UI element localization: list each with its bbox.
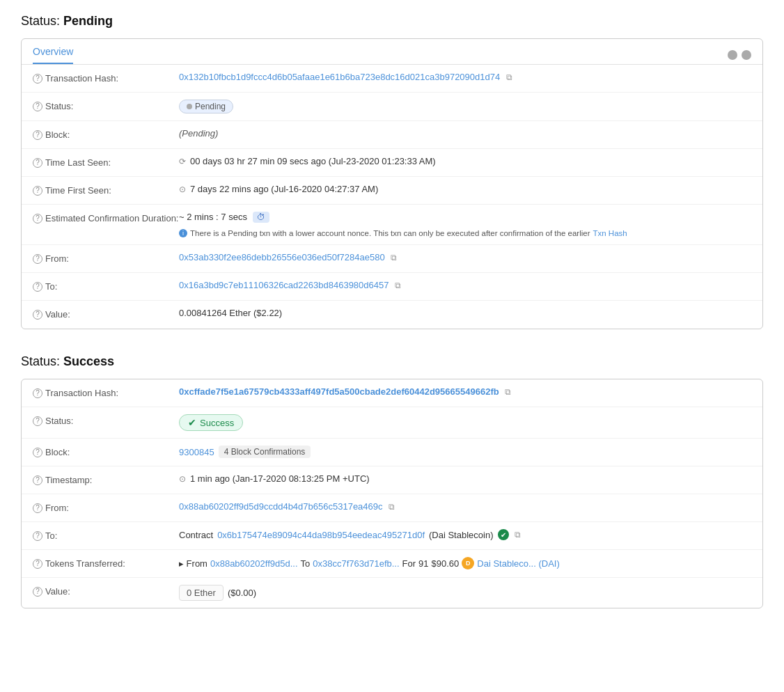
copy-icon-to-pending[interactable]: ⧉ (393, 281, 402, 290)
row-from-success: ? From: 0x88ab60202ff9d5d9ccdd4b4d7b656c… (22, 494, 762, 522)
help-icon-timestamp[interactable]: ? (33, 475, 42, 485)
help-icon-from-pending[interactable]: ? (33, 254, 42, 264)
help-icon-block[interactable]: ? (33, 130, 42, 140)
copy-icon-tx-hash-pending[interactable]: ⧉ (504, 72, 514, 82)
value-tx-hash-pending: 0x132b10fbcb1d9fccc4d6b05afaae1e61b6ba72… (179, 72, 751, 82)
help-icon-status-success[interactable]: ? (33, 416, 42, 426)
value-to-success: Contract 0x6b175474e89094c44da98b954eede… (179, 529, 751, 540)
to-pending-address[interactable]: 0x16a3bd9c7eb11106326cad2263bd8463980d64… (179, 280, 389, 290)
success-check: ✔ (188, 417, 196, 428)
value-time-first-seen: ⊙ 7 days 22 mins ago (Jul-16-2020 04:27:… (179, 184, 751, 194)
label-status-success: ? Status: (33, 414, 179, 426)
contract-prefix: Contract (179, 530, 213, 540)
value-to-pending: 0x16a3bd9c7eb11106326cad2263bd8463980d64… (179, 280, 751, 290)
token-arrow: ▸ From (179, 558, 207, 569)
estimate-badge: ⏱ (253, 212, 269, 223)
value-from-pending: 0x53ab330f2ee86debb26556e036ed50f7284ae5… (179, 252, 751, 262)
help-icon[interactable]: ? (33, 74, 42, 84)
clock-icon-first: ⊙ (179, 184, 186, 194)
row-timestamp-success: ? Timestamp: ⊙ 1 min ago (Jan-17-2020 08… (22, 466, 762, 494)
label-time-first-seen: ? Time First Seen: (33, 184, 179, 196)
label-from-success: ? From: (33, 501, 179, 513)
from-success-address[interactable]: 0x88ab60202ff9d5d9ccdd4b4d7b656c5317ea46… (179, 501, 383, 512)
row-status-pending: ? Status: Pending (22, 93, 762, 121)
help-icon-time-last[interactable]: ? (33, 158, 42, 168)
row-to-pending: ? To: 0x16a3bd9c7eb11106326cad2263bd8463… (22, 273, 762, 301)
label-timestamp-success: ? Timestamp: (33, 473, 179, 485)
value-value-success: 0 Ether ($0.00) (179, 585, 751, 601)
pending-dot (187, 104, 192, 109)
copy-icon-tx-success[interactable]: ⧉ (503, 387, 513, 397)
value-timestamp-success: ⊙ 1 min ago (Jan-17-2020 08:13:25 PM +UT… (179, 473, 751, 484)
row-value-pending: ? Value: 0.00841264 Ether ($2.22) (22, 301, 762, 329)
token-to-label: To (301, 558, 311, 569)
help-icon-tx-success[interactable]: ? (33, 388, 42, 398)
help-icon-to-success[interactable]: ? (33, 531, 42, 541)
label-tx-hash-success: ? Transaction Hash: (33, 386, 179, 398)
row-tx-hash-success: ? Transaction Hash: 0xcffade7f5e1a67579c… (22, 379, 762, 407)
label-tokens-transferred: ? Tokens Transferred: (33, 557, 179, 569)
txn-hash-link[interactable]: Txn Hash (593, 229, 627, 237)
help-icon-value-success[interactable]: ? (33, 587, 42, 597)
info-note: i There is a Pending txn with a lower ac… (179, 229, 627, 237)
value-block-success: 9300845 4 Block Confirmations (179, 446, 751, 458)
block-confirmations: 4 Block Confirmations (219, 446, 311, 458)
copy-icon-from-pending[interactable]: ⧉ (389, 253, 399, 262)
tab-circle-1 (728, 50, 737, 60)
label-to-success: ? To: (33, 529, 179, 541)
help-icon-value-pending[interactable]: ? (33, 310, 42, 320)
copy-icon-from-success[interactable]: ⧉ (387, 502, 397, 512)
row-est-confirmation: ? Estimated Confirmation Duration: ~ 2 m… (22, 205, 762, 245)
tab-overview[interactable]: Overview (33, 46, 73, 64)
label-block-pending: ? Block: (33, 128, 179, 140)
help-icon-to-pending[interactable]: ? (33, 282, 42, 292)
contract-verified-icon: ✔ (498, 529, 509, 540)
badge-pending: Pending (179, 100, 233, 113)
pending-section-title: Status: Pending (21, 14, 763, 29)
token-usd: $90.60 (432, 558, 460, 569)
help-icon-tokens[interactable]: ? (33, 559, 42, 569)
row-block-success: ? Block: 9300845 4 Block Confirmations (22, 439, 762, 466)
label-time-last-seen: ? Time Last Seen: (33, 156, 179, 168)
tx-hash-pending-link[interactable]: 0x132b10fbcb1d9fccc4d6b05afaae1e61b6ba72… (179, 72, 500, 82)
token-to-address[interactable]: 0x38cc7f763d71efb... (313, 558, 399, 569)
success-section-title: Status: Success (21, 354, 763, 369)
label-to-pending: ? To: (33, 280, 179, 292)
usd-value: ($0.00) (228, 588, 256, 598)
label-status-pending: ? Status: (33, 100, 179, 111)
ether-value-box: 0 Ether (179, 585, 224, 601)
token-for-label: For (402, 558, 416, 569)
help-icon-est[interactable]: ? (33, 214, 42, 223)
row-tokens-transferred: ? Tokens Transferred: ▸ From 0x88ab60202… (22, 550, 762, 578)
row-time-last-seen: ? Time Last Seen: ⟳ 00 days 03 hr 27 min… (22, 149, 762, 177)
dai-token-link[interactable]: Dai Stableco... (DAI) (477, 558, 560, 569)
clock-icon-timestamp: ⊙ (179, 474, 186, 484)
value-block-pending: (Pending) (179, 128, 751, 139)
from-pending-address[interactable]: 0x53ab330f2ee86debb26556e036ed50f7284ae5… (179, 252, 385, 262)
contract-name: (Dai Stablecoin) (429, 530, 494, 540)
row-value-success: ? Value: 0 Ether ($0.00) (22, 578, 762, 608)
help-icon-from-success[interactable]: ? (33, 503, 42, 513)
value-time-last-seen: ⟳ 00 days 03 hr 27 min 09 secs ago (Jul-… (179, 156, 751, 166)
tab-circle-2 (742, 50, 751, 60)
value-est-confirmation: ~ 2 mins : 7 secs ⏱ i There is a Pending… (179, 212, 751, 237)
token-from-address[interactable]: 0x88ab60202ff9d5d... (210, 558, 298, 569)
success-card: ? Transaction Hash: 0xcffade7f5e1a67579c… (21, 379, 763, 608)
block-number-link[interactable]: 9300845 (179, 447, 214, 457)
row-time-first-seen: ? Time First Seen: ⊙ 7 days 22 mins ago … (22, 177, 762, 205)
help-icon-status[interactable]: ? (33, 102, 42, 111)
label-value-success: ? Value: (33, 585, 179, 597)
token-amount: 91 (418, 558, 428, 569)
label-tx-hash-pending: ? Transaction Hash: (33, 72, 179, 84)
value-tokens-transferred: ▸ From 0x88ab60202ff9d5d... To 0x38cc7f7… (179, 557, 751, 569)
tx-hash-success-link[interactable]: 0xcffade7f5e1a67579cb4333aff497fd5a500cb… (179, 386, 499, 397)
spinner-icon: ⟳ (179, 157, 186, 166)
help-icon-block-success[interactable]: ? (33, 448, 42, 457)
copy-icon-to-success[interactable]: ⧉ (513, 530, 523, 540)
help-icon-time-first[interactable]: ? (33, 186, 42, 196)
contract-address[interactable]: 0x6b175474e89094c44da98b954eedeac495271d… (217, 530, 425, 540)
pending-tab-bar: Overview (22, 39, 762, 65)
dai-token-icon: D (462, 557, 474, 569)
row-from-pending: ? From: 0x53ab330f2ee86debb26556e036ed50… (22, 245, 762, 273)
tokens-row: ▸ From 0x88ab60202ff9d5d... To 0x38cc7f7… (179, 557, 560, 569)
